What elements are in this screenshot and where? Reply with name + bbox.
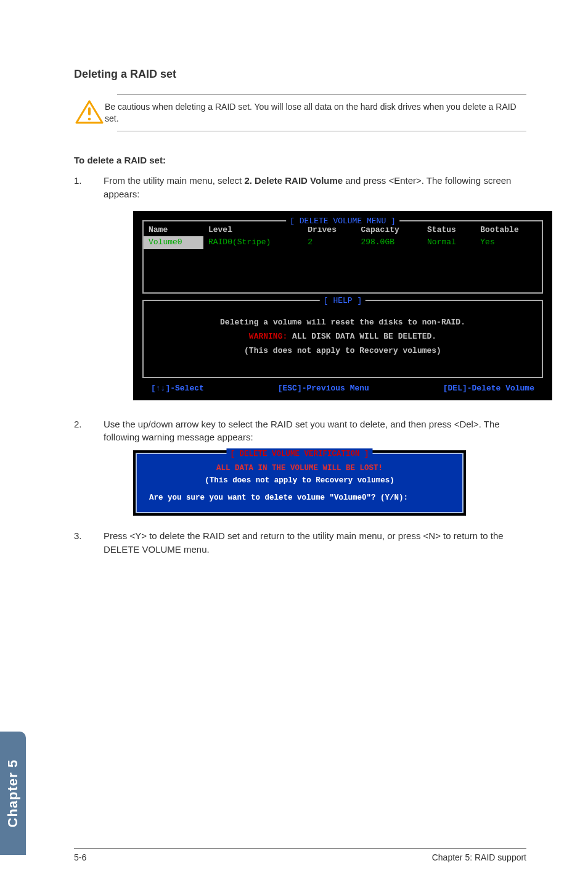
col-status: Status [422, 224, 475, 237]
sub-heading: To delete a RAID set: [74, 155, 526, 165]
step-number: 1. [74, 174, 82, 188]
dialog-warning: ALL DATA IN THE VOLUME WILL BE LOST! [144, 463, 455, 474]
cell-status: Normal [422, 236, 475, 249]
bios-help-panel: [ HELP ] Deleting a volume will reset th… [142, 300, 543, 378]
caution-block: Be cautious when deleting a RAID set. Yo… [117, 94, 526, 131]
step-number: 3. [74, 529, 82, 543]
help-line-1: Deleting a volume will reset the disks t… [150, 317, 536, 329]
cell-name: Volume0 [144, 236, 203, 249]
caution-text: Be cautious when deleting a RAID set. Yo… [105, 100, 526, 125]
dialog-title: [ DELETE VOLUME VERIFICATION ] [226, 448, 372, 460]
help-line-2: WARNING: ALL DISK DATA WILL BE DELETED. [150, 331, 536, 343]
step-text: Press <Y> to delete the RAID set and ret… [104, 530, 504, 555]
step-bold: 2. Delete RAID Volume [244, 175, 343, 186]
bios-menu-title: [ DELETE VOLUME MENU ] [286, 216, 399, 228]
step-text: Use the up/down arrow key to select the … [104, 419, 500, 443]
section-heading: Deleting a RAID set [74, 68, 526, 81]
warning-label: WARNING: [249, 332, 287, 341]
dialog-note: (This does not apply to Recovery volumes… [144, 475, 455, 486]
cell-bootable: Yes [475, 236, 542, 249]
bios-volume-row: Volume0 RAID0(Stripe) 2 298.0GB Normal Y… [144, 236, 542, 249]
bios-delete-volume-screen: [ DELETE VOLUME MENU ] Name Level Drives… [133, 211, 552, 400]
footer-title: Chapter 5: RAID support [432, 852, 526, 862]
warning-text: ALL DISK DATA WILL BE DELETED. [287, 332, 436, 341]
cell-drives: 2 [303, 236, 356, 249]
col-bootable: Bootable [475, 224, 542, 237]
chapter-tab: Chapter 5 [0, 732, 26, 855]
step-3: 3. Press <Y> to delete the RAID set and … [74, 529, 526, 556]
delete-verification-dialog: [ DELETE VOLUME VERIFICATION ] ALL DATA … [133, 450, 466, 516]
col-name: Name [144, 224, 203, 237]
step-text: From the utility main menu, select [104, 175, 244, 186]
step-2: 2. Use the up/down arrow key to select t… [74, 418, 526, 516]
svg-point-1 [88, 118, 91, 121]
help-line-3: (This does not apply to Recovery volumes… [150, 345, 536, 357]
step-1: 1. From the utility main menu, select 2.… [74, 174, 526, 400]
page-footer: 5-6 Chapter 5: RAID support [74, 848, 526, 862]
step-number: 2. [74, 418, 82, 431]
cell-level: RAID0(Stripe) [203, 236, 303, 249]
page-number: 5-6 [74, 852, 86, 862]
chapter-tab-label: Chapter 5 [5, 759, 21, 827]
dialog-prompt: Are you sure you want to delete volume "… [144, 492, 455, 503]
cell-capacity: 298.0GB [356, 236, 422, 249]
bios-help-title: [ HELP ] [320, 295, 365, 307]
svg-rect-0 [88, 107, 91, 115]
footer-del: [DEL]-Delete Volume [443, 383, 534, 395]
bios-footer: [↑↓]-Select [ESC]-Previous Menu [DEL]-De… [134, 378, 552, 400]
caution-icon [75, 100, 104, 125]
footer-esc: [ESC]-Previous Menu [278, 383, 369, 395]
footer-select: [↑↓]-Select [151, 383, 204, 395]
